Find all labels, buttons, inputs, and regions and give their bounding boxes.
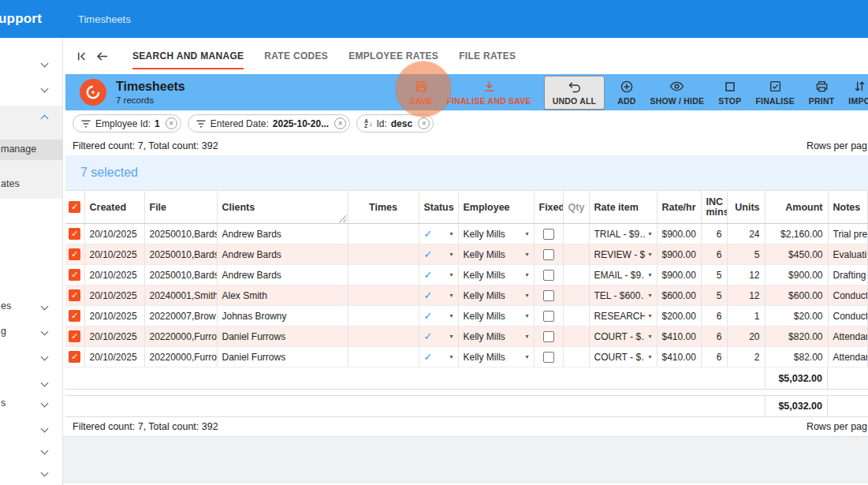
cell-amount[interactable]: $20.00 [765, 306, 828, 326]
collapse-panel-icon[interactable] [71, 46, 91, 66]
cell-fixed[interactable] [534, 285, 563, 306]
chevron-down-icon[interactable]: ▾ [449, 230, 453, 237]
chevron-down-icon[interactable]: ▾ [525, 271, 528, 278]
cell-employee[interactable]: Kelly Mills▾ [458, 244, 534, 265]
cell-employee[interactable]: Kelly Mills▾ [458, 326, 534, 347]
chevron-down-icon[interactable]: ▾ [449, 251, 453, 258]
cell-qty[interactable] [563, 265, 589, 285]
cell-created[interactable]: 20/10/2025 [84, 347, 144, 367]
toolbar-finalise-button[interactable]: FINALISE [748, 80, 801, 106]
cell-rate-hr[interactable]: $600.00 [657, 285, 701, 306]
cell-qty[interactable] [563, 224, 589, 244]
row-checkbox[interactable]: ✓ [69, 289, 80, 301]
cell-rate-hr[interactable]: $900.00 [657, 224, 701, 244]
filter-chip-id[interactable]: AZ↓Id:desc× [356, 114, 434, 132]
cell-times[interactable] [348, 326, 419, 347]
chevron-down-icon[interactable] [41, 447, 49, 455]
cell-qty[interactable] [563, 326, 589, 347]
select-all-checkbox[interactable]: ✓ [69, 201, 80, 213]
cell-notes[interactable]: Trial prepa [828, 224, 868, 244]
cell-status[interactable]: ✓▾ [419, 306, 458, 326]
sidebar-item-g[interactable]: g [0, 322, 62, 342]
cell-clients[interactable]: Andrew Bards [217, 244, 348, 265]
cell-rate-item[interactable]: COURT - $…▾ [589, 347, 657, 367]
cell-rate-item[interactable]: COURT - $…▾ [589, 326, 657, 347]
row-checkbox[interactable]: ✓ [69, 248, 80, 260]
chevron-down-icon[interactable]: ▾ [648, 292, 651, 299]
fixed-checkbox[interactable] [543, 352, 554, 363]
cell-qty[interactable] [563, 347, 589, 367]
toolbar-show-hide-button[interactable]: SHOW / HIDE [643, 80, 712, 106]
cell-notes[interactable]: Attendanc [828, 326, 868, 347]
chevron-down-icon[interactable]: ▾ [525, 292, 528, 299]
chevron-down-icon[interactable]: ▾ [648, 312, 651, 319]
cell-employee[interactable]: Kelly Mills▾ [458, 285, 534, 306]
column-header-notes[interactable]: Notes [828, 191, 868, 224]
chevron-down-icon[interactable]: ▾ [449, 353, 453, 360]
toolbar-add-button[interactable]: ADD [610, 80, 643, 106]
cell-fixed[interactable] [534, 326, 563, 347]
cell-amount[interactable]: $450.00 [765, 244, 828, 265]
cell-employee[interactable]: Kelly Mills▾ [458, 347, 534, 367]
chevron-down-icon[interactable]: ▾ [525, 333, 528, 340]
cell-inc-mins[interactable]: 5 [701, 285, 727, 306]
cell-notes[interactable]: Conducting [828, 285, 868, 306]
chevron-down-icon[interactable]: ▾ [525, 230, 528, 237]
cell-notes[interactable]: Evaluating [828, 244, 868, 265]
cell-fixed[interactable] [534, 347, 563, 367]
chevron-down-icon[interactable]: ▾ [449, 333, 453, 340]
cell-rate-hr[interactable]: $410.00 [657, 347, 701, 367]
chevron-down-icon[interactable]: ▾ [449, 271, 453, 278]
fixed-checkbox[interactable] [543, 290, 554, 301]
cell-inc-mins[interactable]: 6 [701, 244, 727, 265]
chevron-down-icon[interactable]: ▾ [525, 251, 528, 258]
cell-clients[interactable]: Andrew Bards [217, 265, 348, 285]
chevron-up-icon[interactable] [41, 115, 49, 123]
cell-inc-mins[interactable]: 6 [701, 326, 727, 347]
column-header-qty[interactable]: Qty [563, 191, 589, 224]
sidebar-item-manage[interactable]: manage [0, 140, 62, 160]
cell-status[interactable]: ✓▾ [419, 347, 458, 367]
cell-units[interactable]: 12 [727, 285, 765, 306]
tab-rate-codes[interactable]: RATE CODES [264, 38, 328, 74]
cell-fixed[interactable] [534, 306, 563, 326]
cell-created[interactable]: 20/10/2025 [84, 224, 144, 244]
tab-search-and-manage[interactable]: SEARCH AND MANAGE [132, 38, 244, 74]
cell-units[interactable]: 5 [727, 244, 765, 265]
fixed-checkbox[interactable] [543, 270, 554, 281]
cell-amount[interactable]: $820.00 [765, 326, 828, 347]
cell-rate-hr[interactable]: $410.00 [657, 326, 701, 347]
toolbar-impo-button[interactable]: IMPO [841, 80, 868, 106]
chevron-down-icon[interactable] [41, 400, 49, 408]
cell-status[interactable]: ✓▾ [419, 265, 458, 285]
cell-rate-hr[interactable]: $900.00 [657, 244, 701, 265]
cell-created[interactable]: 20/10/2025 [84, 244, 144, 265]
cell-inc-mins[interactable]: 6 [701, 224, 727, 244]
column-header-rate-item[interactable]: Rate item [589, 191, 657, 224]
toolbar-stop-button[interactable]: STOP [711, 80, 748, 106]
cell-rate-item[interactable]: TRIAL - $9…▾ [589, 224, 657, 244]
toolbar-save-button[interactable]: SAVE [403, 80, 440, 106]
toolbar-finalise-and-save-button[interactable]: FINALISE AND SAVE [439, 80, 538, 106]
chevron-down-icon[interactable]: ▾ [449, 312, 453, 319]
column-header-rate-hr[interactable]: Rate/hr [657, 191, 701, 224]
fixed-checkbox[interactable] [543, 229, 554, 240]
chevron-down-icon[interactable] [41, 425, 49, 433]
row-checkbox[interactable]: ✓ [69, 351, 80, 363]
cell-created[interactable]: 20/10/2025 [84, 285, 144, 306]
column-header-file[interactable]: File [144, 191, 217, 224]
chevron-down-icon[interactable]: ▾ [525, 353, 528, 360]
cell-file[interactable]: 20220007,Brow… [144, 306, 217, 326]
filter-chip-entered-date[interactable]: Entered Date:2025-10-20...× [188, 114, 350, 132]
cell-times[interactable] [348, 224, 419, 244]
cell-units[interactable]: 12 [727, 265, 765, 285]
cell-qty[interactable] [563, 306, 589, 326]
cell-units[interactable]: 1 [727, 306, 765, 326]
cell-times[interactable] [348, 244, 419, 265]
cell-fixed[interactable] [534, 224, 563, 244]
chevron-down-icon[interactable]: ▾ [648, 271, 651, 278]
cell-fixed[interactable] [534, 265, 563, 285]
cell-rate-hr[interactable]: $900.00 [657, 265, 701, 285]
chevron-down-icon[interactable] [41, 469, 49, 477]
chevron-down-icon[interactable]: ▾ [648, 333, 651, 340]
